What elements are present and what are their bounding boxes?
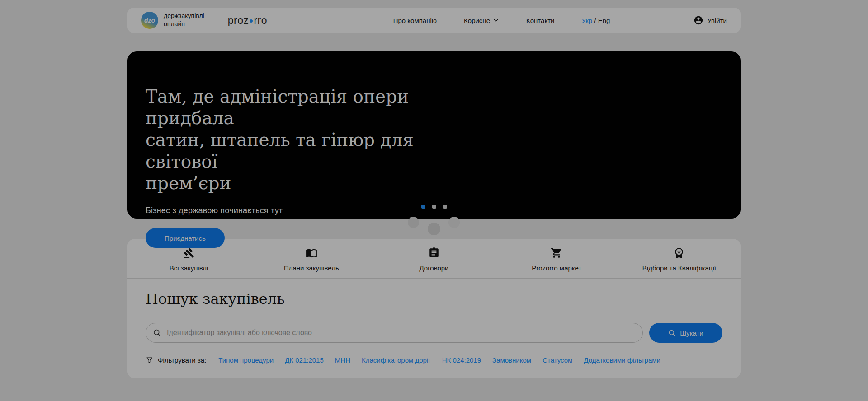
spinner-dot xyxy=(428,223,440,235)
dim-overlay xyxy=(0,0,868,401)
spinner-dot xyxy=(408,217,419,228)
spinner-dot xyxy=(448,217,460,228)
page: dzo держзакупівлі онлайн proz rro Про ко… xyxy=(0,0,868,401)
